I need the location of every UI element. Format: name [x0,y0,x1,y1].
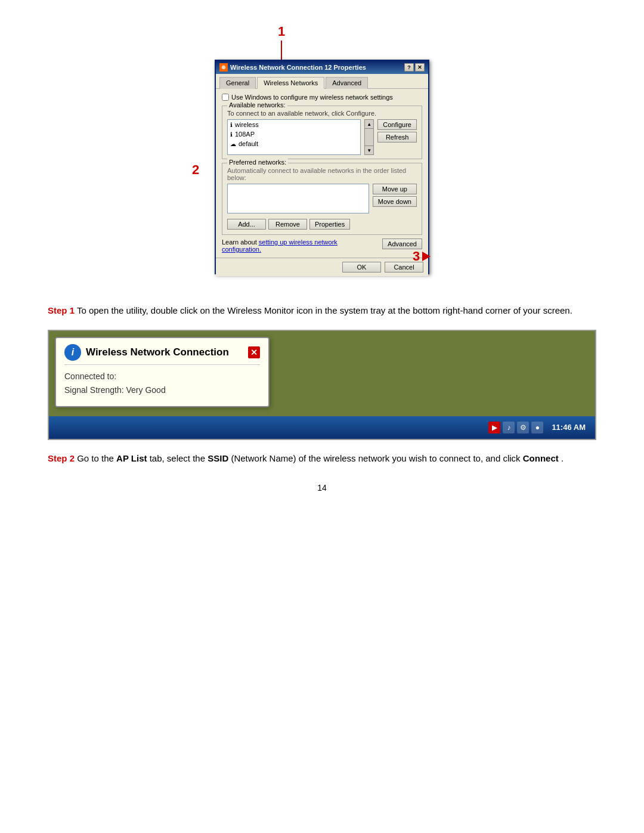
advanced-button[interactable]: Advanced [382,239,422,249]
refresh-button[interactable]: Refresh [377,132,417,143]
preferred-actions: Add... Remove Properties [227,219,417,230]
network-name-wireless: wireless [235,121,259,128]
wireless-screenshot: i Wireless Network Connection ✕ Connecte… [48,330,596,440]
step1-label: Step 1 [48,305,75,315]
annotation-arrow-3: 3 [413,249,431,264]
step2-text: Step 2 Go to the AP List tab, select the… [48,452,596,466]
learn-link-area: Learn about setting up wireless network … [222,239,341,253]
tab-advanced[interactable]: Advanced [326,77,368,89]
dialog-title: Wireless Network Connection 12 Propertie… [230,64,366,71]
preferred-networks-group: Preferred networks: Automatically connec… [222,163,422,235]
taskbar: ▶ ♪ ⚙ ● 11:46 AM [49,416,595,439]
learn-text: Learn about [222,239,257,246]
dialog-tabs: General Wireless Networks Advanced [216,74,428,89]
checkbox-label: Use Windows to configure my wireless net… [231,94,393,101]
tray-icons: ▶ ♪ ⚙ ● [488,422,543,433]
popup-header: i Wireless Network Connection ✕ [64,344,260,365]
wireless-popup: i Wireless Network Connection ✕ Connecte… [55,337,270,408]
step1-body: To open the utility, double click on the… [75,305,572,315]
networks-scrollbar: ▲ ▼ [364,119,374,155]
preferred-list[interactable] [227,184,369,213]
titlebar-left: ⊕ Wireless Network Connection 12 Propert… [219,63,366,72]
preferred-text: Automatically connect to available netwo… [227,167,417,181]
close-button[interactable]: ✕ [415,63,425,72]
networks-list[interactable]: ℹ wireless ℹ 108AP ☁ default [227,119,361,155]
step2-text-go: Go to the [77,453,116,463]
dialog-titlebar: ⊕ Wireless Network Connection 12 Propert… [216,61,428,74]
configure-button[interactable]: Configure [377,119,417,130]
move-buttons: Move up Move down [373,184,417,216]
tray-icon-4[interactable]: ● [531,422,543,433]
networks-buttons: Configure Refresh [377,119,417,155]
step1-section: Step 1 To open the utility, double click… [48,304,596,318]
network-item-wireless[interactable]: ℹ wireless [228,120,360,129]
wireless-icon: ℹ [230,122,233,128]
step2-ap-list: AP List [116,453,147,463]
step2-text-network: (Network Name) of the wireless network y… [231,453,522,463]
tray-icon-2[interactable]: ♪ [503,422,515,433]
popup-info-icon: i [64,344,81,361]
properties-dialog: 2 ⊕ Wireless Network Connection 12 Prope… [215,60,429,274]
available-networks-group: Available networks: To connect to an ava… [222,106,422,159]
step2-ssid: SSID [208,453,228,463]
default-icon: ☁ [230,141,236,147]
step2-connect: Connect [523,453,559,463]
annotation-label-2: 2 [192,162,199,178]
annotation-label-3: 3 [413,249,420,264]
step1-text: Step 1 To open the utility, double click… [48,304,596,318]
annotation-label-1: 1 [278,24,285,39]
available-legend: Available networks: [227,101,287,109]
titlebar-buttons: ? ✕ [404,63,425,72]
title-icon: ⊕ [219,63,228,72]
properties-button[interactable]: Properties [309,219,350,230]
configure-checkbox[interactable] [222,94,229,101]
add-button[interactable]: Add... [227,219,266,230]
page-number: 14 [48,483,596,493]
scroll-up-btn[interactable]: ▲ [364,119,374,129]
checkbox-row: Use Windows to configure my wireless net… [222,94,422,101]
preferred-legend: Preferred networks: [227,159,288,166]
network-name-default: default [239,140,258,147]
signal-label: Signal Strength: Very Good [64,383,260,398]
step2-section: Step 2 Go to the AP List tab, select the… [48,452,596,466]
arrow-3-head [422,252,431,261]
scroll-track [364,129,374,145]
move-down-button[interactable]: Move down [373,196,417,207]
tray-time: 11:46 AM [552,423,586,432]
footer-area: 3 OK Cancel [216,258,428,276]
step2-label: Step 2 [48,453,75,463]
step2-text-tab: tab, select the [150,453,208,463]
tab-general[interactable]: General [219,77,256,89]
108ap-icon: ℹ [230,131,233,138]
popup-title-row: i Wireless Network Connection [64,344,229,361]
remove-button[interactable]: Remove [268,219,307,230]
scroll-down-btn[interactable]: ▼ [364,145,374,155]
tab-wireless-networks[interactable]: Wireless Networks [257,77,324,89]
move-up-button[interactable]: Move up [373,184,417,194]
network-item-108ap[interactable]: ℹ 108AP [228,129,360,139]
popup-body: Connected to: Signal Strength: Very Good [64,370,260,398]
network-item-default[interactable]: ☁ default [228,139,360,148]
available-text: To connect to an available network, clic… [227,110,417,117]
network-name-108ap: 108AP [235,131,255,138]
bottom-row: Learn about setting up wireless network … [222,239,422,253]
ok-button[interactable]: OK [342,262,381,272]
popup-title: Wireless Network Connection [86,346,229,358]
tray-icon-3[interactable]: ⚙ [517,422,529,433]
popup-close-button[interactable]: ✕ [248,346,260,358]
tray-icon-1[interactable]: ▶ [488,422,500,433]
connected-label: Connected to: [64,370,260,384]
help-button[interactable]: ? [404,63,414,72]
networks-list-area: ℹ wireless ℹ 108AP ☁ default [227,119,417,155]
step2-period: . [561,453,564,463]
dialog-footer: OK Cancel [216,258,428,276]
dialog-content: Use Windows to configure my wireless net… [216,89,428,258]
